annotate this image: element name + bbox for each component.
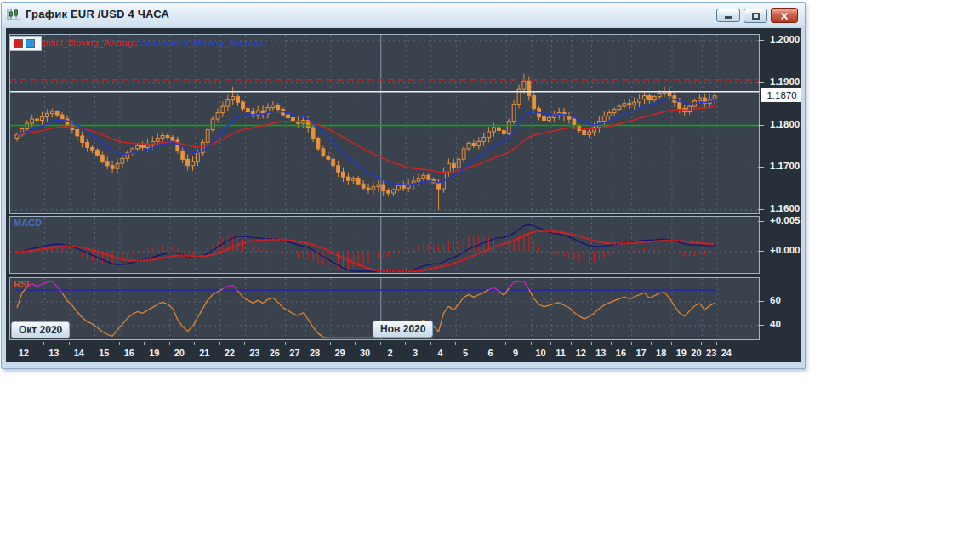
price-axis-label: 1.1600 (770, 203, 800, 213)
time-axis-tick (219, 342, 220, 345)
macd-axis-tick (758, 221, 764, 222)
nov-2020-button[interactable]: Нов 2020 (373, 321, 433, 338)
oct-2020-button[interactable]: Окт 2020 (11, 321, 70, 338)
time-axis-tick (119, 342, 120, 345)
rsi-axis-tick (758, 301, 764, 302)
time-axis-label: 3 (404, 348, 426, 358)
price-axis-label: 1.1900 (770, 77, 800, 87)
price-chart-panel[interactable] (9, 34, 760, 214)
time-axis-label: 28 (304, 348, 326, 358)
time-axis-label: 12 (13, 348, 35, 358)
time-axis-tick (194, 342, 195, 345)
maximize-button[interactable] (744, 9, 767, 23)
time-axis-tick (611, 342, 612, 345)
time-axis-label: 6 (480, 348, 502, 358)
price-axis-tick (758, 209, 764, 210)
time-axis-tick (481, 342, 481, 345)
time-axis-tick (405, 342, 406, 345)
time-axis-label: 10 (530, 348, 552, 358)
time-axis-label: 22 (219, 348, 241, 358)
time-axis-tick (591, 342, 592, 345)
rsi-axis-label: 60 (770, 295, 781, 305)
time-axis-tick (43, 342, 44, 345)
maximize-icon (752, 13, 760, 20)
time-axis-tick (285, 342, 286, 345)
price-axis-label: 1.2000 (770, 34, 800, 44)
time-axis-tick (631, 342, 632, 345)
price-axis-tick (758, 125, 764, 126)
time-axis-tick (265, 342, 265, 345)
macd-axis-label: +0.000 (770, 245, 801, 255)
time-axis-label: 24 (715, 348, 738, 358)
time-axis-label: 13 (43, 348, 65, 358)
time-axis-tick (505, 342, 506, 345)
rsi-axis-label: 40 (770, 319, 781, 329)
time-axis-tick (701, 342, 702, 345)
candlestick-chart-icon (6, 8, 21, 21)
time-axis-tick (716, 342, 717, 345)
macd-axis-label: +0.005 (770, 215, 801, 225)
time-axis-label: 12 (570, 348, 592, 358)
price-axis-tick (758, 82, 764, 83)
time-axis-label: 27 (283, 348, 305, 358)
window-controls (716, 8, 798, 23)
time-axis-tick (305, 342, 305, 345)
minimize-button[interactable] (716, 9, 740, 22)
time-axis-tick (169, 342, 170, 345)
time-axis-label: 11 (550, 348, 572, 358)
time-axis-tick (380, 342, 381, 345)
macd-label: MACD (14, 218, 42, 228)
time-axis-label: 21 (193, 348, 215, 358)
time-axis-label: 14 (68, 348, 90, 358)
time-axis-tick (651, 342, 652, 345)
time-axis-label: 19 (143, 348, 165, 358)
time-axis-label: 26 (264, 348, 286, 358)
time-axis-label: 29 (329, 348, 351, 358)
rsi-label: RSI (14, 279, 29, 289)
time-axis-tick (671, 342, 672, 345)
indicator-color-swatches[interactable] (9, 36, 42, 51)
time-axis-tick (550, 342, 551, 345)
time-axis-label: 15 (93, 348, 115, 358)
price-axis-label: 1.1700 (770, 161, 800, 171)
time-axis: 1213141516192021222326272829302345691011… (9, 342, 760, 362)
time-axis-label: 2 (379, 348, 402, 358)
time-axis-label: 4 (430, 348, 452, 358)
time-axis-tick (531, 342, 532, 345)
close-button[interactable] (771, 8, 798, 23)
time-axis-label: 16 (610, 348, 632, 358)
chart-window: График EUR /USD 4 ЧАСА Exponential_Movin… (1, 2, 806, 369)
time-axis-label: 16 (118, 348, 140, 358)
time-axis-label: 9 (504, 348, 527, 358)
price-axis-label: 1.1800 (770, 119, 800, 129)
time-axis-label: 18 (650, 348, 672, 358)
time-axis-label: 5 (454, 348, 476, 358)
price-axis: 1.1870 1.20001.19001.18001.17001.1600+0.… (758, 28, 801, 362)
time-axis-tick (244, 342, 245, 345)
time-axis-tick (455, 342, 456, 345)
time-axis-label: 23 (243, 348, 265, 358)
title-bar[interactable]: График EUR /USD 4 ЧАСА (2, 3, 805, 26)
time-axis-label: 20 (168, 348, 191, 358)
current-price-box: 1.1870 (761, 88, 801, 102)
red-color-swatch-icon[interactable] (14, 39, 23, 48)
macd-axis-tick (758, 251, 764, 252)
time-axis-tick (69, 342, 70, 345)
macd-panel[interactable]: MACD (9, 216, 760, 274)
time-axis-tick (430, 342, 431, 345)
rsi-axis-tick (758, 325, 764, 326)
time-axis-label: 13 (590, 348, 612, 358)
time-axis-tick (571, 342, 572, 345)
price-axis-tick (758, 40, 764, 41)
time-axis-tick (687, 342, 687, 345)
blue-color-swatch-icon[interactable] (26, 39, 35, 48)
price-axis-tick (758, 167, 764, 168)
time-axis-label: 17 (630, 348, 652, 358)
time-axis-tick (94, 342, 94, 345)
chart-client-area: Exponential_Moving_Average Exponential_M… (6, 28, 801, 362)
time-axis-label: 30 (354, 348, 376, 358)
time-axis-tick (355, 342, 356, 345)
window-title: График EUR /USD 4 ЧАСА (26, 8, 169, 20)
minimize-icon (725, 16, 732, 19)
time-axis-tick (330, 342, 331, 345)
